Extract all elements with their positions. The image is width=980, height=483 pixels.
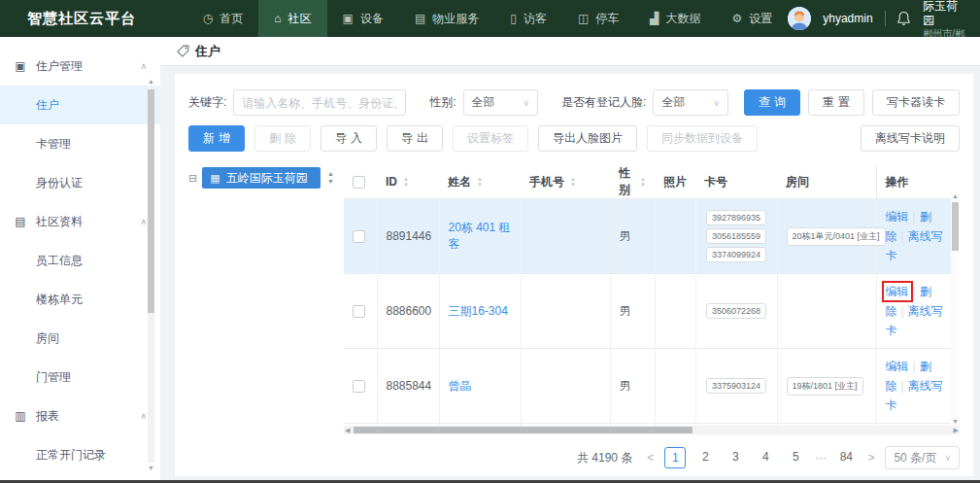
visitor-icon: ▯ [510, 12, 517, 25]
scroll-left-icon[interactable]: ◀ [345, 426, 350, 434]
search-button[interactable]: 查询 [744, 89, 800, 116]
tree-collapse-icon[interactable]: ⊟ [188, 172, 197, 185]
username[interactable]: yhyadmin [823, 12, 872, 25]
cell-photo [655, 199, 695, 274]
page-button-2[interactable]: 2 [694, 447, 716, 468]
resident-name-link[interactable]: 三期16-304 [449, 304, 508, 318]
content-row: ⊟ ▦ 五岭国际玉荷园 ▲▼ ID▲▼姓名▲▼手机号▲▼性别▲▼照片卡号房间操作 [188, 165, 960, 434]
nav-item-device[interactable]: ▣设备 [327, 0, 399, 37]
scroll-up-icon[interactable]: ▲ [147, 78, 155, 86]
page-button-84[interactable]: 84 [835, 447, 857, 468]
cell-phone [521, 274, 610, 349]
edit-link[interactable]: 编辑 [886, 360, 909, 373]
sort-icon[interactable]: ▲▼ [570, 177, 576, 188]
nav-item-property[interactable]: ▤物业服务 [399, 0, 494, 37]
gear-icon: ⚙ [731, 12, 742, 25]
sidebar-item-door-mgmt[interactable]: 门管理 [0, 358, 160, 397]
sidebar-item-card-mgmt[interactable]: 卡管理 [0, 124, 160, 163]
tree-scrollbar[interactable]: ▲▼ [327, 171, 334, 185]
card-reader-button[interactable]: 写卡器读卡 [872, 89, 960, 116]
sidebar-item-staff-info[interactable]: 员工信息 [0, 241, 160, 280]
cell-id: 8891446 [377, 199, 439, 274]
page-button-3[interactable]: 3 [725, 447, 746, 468]
bell-icon[interactable] [896, 11, 911, 26]
resident-name-link[interactable]: 20栋 401 租客 [449, 221, 511, 251]
id-card-icon: ▣ [14, 59, 27, 73]
horizontal-scroll-thumb[interactable] [354, 427, 693, 433]
page-button-5[interactable]: 5 [785, 447, 806, 468]
sync-device-button[interactable]: 同步数据到设备 [647, 125, 758, 152]
export-face-button[interactable]: 导出人脸图片 [538, 125, 637, 152]
sort-icon[interactable]: ▲▼ [477, 177, 483, 188]
edit-link[interactable]: 编辑 [886, 285, 909, 298]
page-button-4[interactable]: 4 [755, 447, 776, 468]
page-button-1[interactable]: 1 [664, 447, 686, 468]
resident-name-link[interactable]: 曾晶 [449, 379, 472, 393]
page: 智慧社区云平台 ◷首页⌂社区▣设备▤物业服务▯访客◫停车▟大数据⚙设置 yhya… [0, 0, 980, 483]
row-checkbox[interactable] [353, 230, 365, 243]
sort-icon[interactable]: ▲▼ [640, 177, 646, 188]
offline-help-button[interactable]: 离线写卡说明 [861, 125, 960, 152]
room-tag: 19栋/1801 [业主] [787, 377, 863, 396]
next-page-icon[interactable]: > [865, 451, 876, 465]
import-button[interactable]: 导入 [321, 125, 377, 152]
column-label: 卡号 [704, 174, 727, 190]
edit-link[interactable]: 编辑 [886, 210, 909, 224]
sidebar-group-report[interactable]: ▥报表∧ [0, 397, 160, 435]
chevron-up-icon: ∧ [140, 411, 147, 421]
sidebar-group-resident-mgmt[interactable]: ▣住户管理∧ [0, 47, 160, 86]
scroll-down-icon[interactable]: ▼ [147, 465, 155, 472]
sort-icon[interactable]: ▲▼ [403, 177, 409, 188]
add-button[interactable]: 新增 [188, 125, 245, 152]
nav-item-parking[interactable]: ◫停车 [562, 0, 634, 37]
sidebar-item-room[interactable]: 房间 [0, 319, 160, 358]
table-vertical-scrollbar[interactable]: ▲ ▼ [951, 192, 960, 426]
keyword-input[interactable] [233, 89, 406, 116]
delete-button[interactable]: 删除 [254, 125, 311, 152]
nav-item-home[interactable]: ◷首页 [187, 0, 258, 37]
column-label: 姓名 [448, 174, 471, 190]
sidebar-item-open-normal[interactable]: 正常开门记录 [0, 435, 160, 474]
app-logo: 智慧社区云平台 [0, 10, 141, 28]
bigdata-icon: ▟ [650, 12, 659, 25]
column-header: 手机号▲▼ [521, 165, 610, 199]
sidebar-item-building-unit[interactable]: 楼栋单元 [0, 280, 160, 319]
face-registered-select[interactable]: 全部 ∨ [653, 89, 728, 116]
sidebar-group-label: 报表 [36, 408, 59, 425]
row-checkbox[interactable] [353, 305, 365, 318]
topbar-nav: ◷首页⌂社区▣设备▤物业服务▯访客◫停车▟大数据⚙设置 [187, 0, 788, 37]
reset-button[interactable]: 重置 [808, 89, 864, 116]
scroll-up-icon[interactable]: ▲ [951, 192, 960, 200]
nav-item-bigdata[interactable]: ▟大数据 [634, 0, 716, 37]
column-header: ID▲▼ [377, 165, 439, 199]
row-checkbox[interactable] [353, 380, 365, 393]
sidebar-item-identity-auth[interactable]: 身份认证 [0, 163, 160, 202]
scroll-right-icon[interactable]: ▶ [954, 426, 959, 434]
sidebar-scrollbar[interactable]: ▲ ▼ [147, 78, 155, 472]
set-tag-button[interactable]: 设置标签 [453, 125, 528, 152]
site-name: 五岭国际玉荷园 [923, 0, 968, 28]
scroll-down-icon[interactable]: ▼ [951, 418, 960, 426]
nav-item-visitor[interactable]: ▯访客 [494, 0, 562, 37]
cell-gender: 男 [610, 349, 655, 424]
tag-icon [177, 45, 189, 57]
sidebar-scroll-track[interactable] [148, 87, 154, 463]
nav-item-community[interactable]: ⌂社区 [258, 0, 326, 37]
nav-item-settings[interactable]: ⚙设置 [716, 0, 788, 37]
gender-select[interactable]: 全部 ∨ [463, 89, 539, 116]
sidebar-group-community-data[interactable]: ▤社区资料∧ [0, 202, 160, 241]
topbar-divider [885, 11, 886, 26]
vertical-scroll-thumb[interactable] [952, 202, 959, 251]
sidebar-item-resident[interactable]: 住户 [0, 86, 160, 124]
prev-page-icon[interactable]: < [645, 451, 656, 465]
select-all-checkbox[interactable] [353, 176, 365, 189]
tree-row: ⊟ ▦ 五岭国际玉荷园 ▲▼ [188, 167, 334, 189]
table-horizontal-scrollbar[interactable]: ◀ ▶ [344, 426, 960, 434]
sidebar-scroll-thumb[interactable] [148, 89, 154, 313]
cell-actions: 编辑|删除|离线写卡 [876, 199, 960, 274]
export-button[interactable]: 导出 [387, 125, 443, 152]
page-size-select[interactable]: 50 条/页 ∨ [885, 446, 960, 469]
user-avatar[interactable] [788, 7, 811, 30]
resident-table: ID▲▼姓名▲▼手机号▲▼性别▲▼照片卡号房间操作 889144620栋 401… [344, 165, 960, 434]
tree-node-community[interactable]: ▦ 五岭国际玉荷园 [202, 167, 321, 189]
